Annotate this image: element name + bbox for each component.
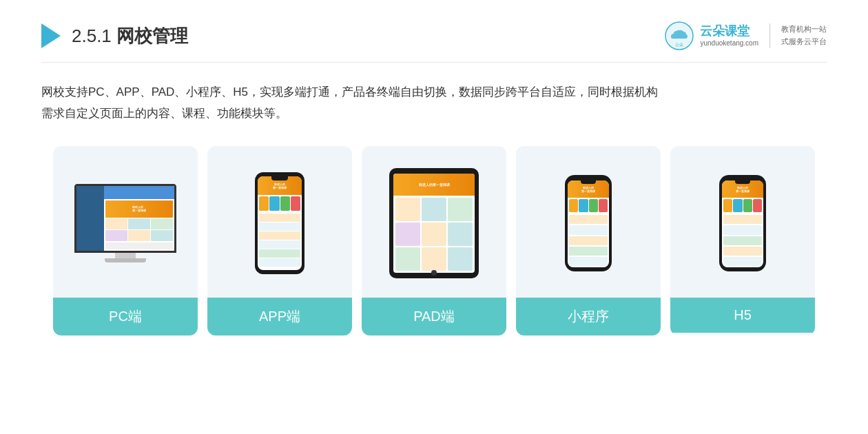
brand-text: 云朵课堂 yunduoketang.com xyxy=(700,24,758,48)
pad-outer: 轻进人的第一堂闯课 xyxy=(389,168,479,278)
card-pc: 轻松人的第一堂闯课 xyxy=(53,146,198,335)
phone-notch xyxy=(271,176,288,180)
description-text: 网校支持PC、APP、PAD、小程序、H5，实现多端打通，产品各终端自由切换，数… xyxy=(41,82,827,124)
header-left: 2.5.1 网校管理 xyxy=(41,23,188,48)
phone-screen-h5: 轻进人的第一堂闯课 xyxy=(722,180,763,267)
logo-triangle-icon xyxy=(41,23,61,48)
brand-logo: 云朵 云朵课堂 yunduoketang.com 教育机构一站 式服务云平台 xyxy=(664,21,827,51)
card-app: 轻进人的第一堂闯课 xyxy=(207,146,352,335)
card-app-label: APP端 xyxy=(207,298,352,335)
card-h5-label: H5 xyxy=(670,298,815,333)
device-app-phone: 轻进人的第一堂闯课 xyxy=(255,172,304,274)
phone-notch-h5 xyxy=(735,180,750,184)
page-title: 2.5.1 网校管理 xyxy=(72,24,188,48)
card-h5: 轻进人的第一堂闯课 xyxy=(670,146,815,335)
pc-topbar xyxy=(104,186,174,199)
device-pc: 轻松人的第一堂闯课 xyxy=(70,184,180,262)
card-miniprogram: 轻进人的第一堂闯课 xyxy=(516,146,661,335)
pc-sidebar xyxy=(76,186,104,251)
page-container: 2.5.1 网校管理 云朵 云朵课堂 yunduoketang.com 教育机构… xyxy=(0,0,868,434)
cards-container: 轻松人的第一堂闯课 xyxy=(41,146,827,335)
card-pad-label: PAD端 xyxy=(362,298,506,335)
device-h5-phone: 轻进人的第一堂闯课 xyxy=(719,175,766,271)
card-pc-image: 轻松人的第一堂闯课 xyxy=(53,146,198,298)
device-pad: 轻进人的第一堂闯课 xyxy=(389,168,479,278)
page-header: 2.5.1 网校管理 云朵 云朵课堂 yunduoketang.com 教育机构… xyxy=(41,21,827,63)
phone-outer-small: 轻进人的第一堂闯课 xyxy=(565,175,612,271)
phone-screen-small: 轻进人的第一堂闯课 xyxy=(568,180,609,267)
brand-slogan: 教育机构一站 式服务云平台 xyxy=(781,23,827,48)
device-miniprogram-phone: 轻进人的第一堂闯课 xyxy=(565,175,612,271)
pc-screen: 轻松人的第一堂闯课 xyxy=(74,184,176,253)
svg-text:云朵: 云朵 xyxy=(675,43,683,47)
phone-notch-small xyxy=(581,180,596,184)
card-pc-label: PC端 xyxy=(53,298,198,335)
card-pad: 轻进人的第一堂闯课 xyxy=(362,146,506,335)
phone-screen: 轻进人的第一堂闯课 xyxy=(258,176,302,270)
card-h5-image: 轻进人的第一堂闯课 xyxy=(670,146,815,298)
pad-home-button xyxy=(431,270,437,276)
pc-main: 轻松人的第一堂闯课 xyxy=(104,186,174,251)
card-miniprogram-label: 小程序 xyxy=(516,298,661,335)
phone-outer-h5: 轻进人的第一堂闯课 xyxy=(719,175,766,271)
pc-banner: 轻松人的第一堂闯课 xyxy=(105,200,173,218)
pc-content: 轻松人的第一堂闯课 xyxy=(104,199,174,251)
card-pad-image: 轻进人的第一堂闯课 xyxy=(362,146,506,298)
brand-divider xyxy=(769,23,770,48)
cloud-icon: 云朵 xyxy=(664,21,694,51)
card-miniprogram-image: 轻进人的第一堂闯课 xyxy=(516,146,661,298)
card-app-image: 轻进人的第一堂闯课 xyxy=(207,146,352,298)
phone-outer: 轻进人的第一堂闯课 xyxy=(255,172,304,274)
pad-screen: 轻进人的第一堂闯课 xyxy=(393,174,475,273)
pc-grid xyxy=(105,218,173,241)
